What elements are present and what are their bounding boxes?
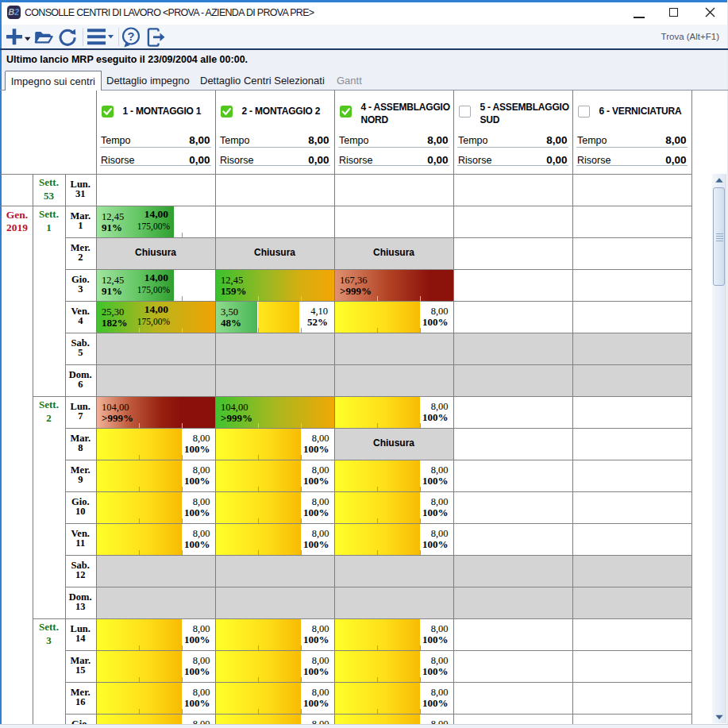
svg-text:?: ?: [128, 30, 135, 43]
